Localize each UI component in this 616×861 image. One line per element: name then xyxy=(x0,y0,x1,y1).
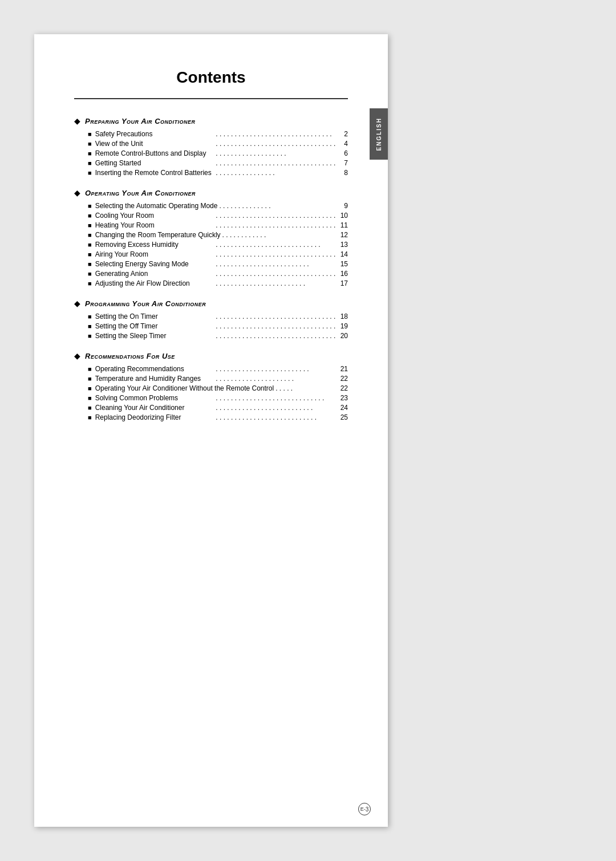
toc-page-number: 24 xyxy=(337,404,348,412)
toc-label: Setting the Off Timer xyxy=(95,322,214,330)
toc-dots: . . . . . . . . . . . . . . . . . . . . … xyxy=(214,365,337,373)
toc-bullet: ■ xyxy=(88,212,92,219)
toc-label: Getting Started xyxy=(95,159,214,167)
toc-page-number: 16 xyxy=(337,270,348,278)
toc-dots: . . . . . . . . . . . . . . . . . . . . … xyxy=(214,250,337,258)
toc-item: ■ Setting the Sleep Timer . . . . . . . … xyxy=(74,332,348,340)
table-of-contents: ◆ Preparing Your Air Conditioner ■ Safet… xyxy=(74,116,348,421)
toc-bullet: ■ xyxy=(88,404,92,411)
diamond-icon: ◆ xyxy=(74,188,80,197)
toc-dots: . . . . . . . . . . . . . . . . . . . . … xyxy=(214,159,337,167)
toc-page-number: 9 xyxy=(337,202,348,210)
toc-text-dots: Adjusting the Air Flow Direction . . . .… xyxy=(95,279,337,287)
toc-label: Airing Your Room xyxy=(95,250,214,258)
toc-page-number: 4 xyxy=(337,140,348,148)
toc-item: ■ View of the Unit . . . . . . . . . . .… xyxy=(74,140,348,148)
toc-bullet: ■ xyxy=(88,323,92,330)
section-title-recommendations: Recommendations For Use xyxy=(85,352,175,360)
toc-page-number: 17 xyxy=(337,279,348,287)
toc-dots: . . . . . . . . . . . . . . . . . . . . … xyxy=(214,241,337,249)
toc-bullet: ■ xyxy=(88,160,92,166)
toc-bullet: ■ xyxy=(88,385,92,392)
toc-label: Generating Anion xyxy=(95,270,214,278)
toc-text-dots: Replacing Deodorizing Filter . . . . . .… xyxy=(95,413,337,421)
toc-item: ■ Cleaning Your Air Conditioner . . . . … xyxy=(74,404,348,412)
language-tab: ENGLISH xyxy=(370,108,388,160)
toc-dots: . . . . . . . . . . . . . . . . . . . . … xyxy=(214,130,337,138)
toc-item: ■ Safety Precautions . . . . . . . . . .… xyxy=(74,130,348,138)
toc-item: ■ Selecting Energy Saving Mode . . . . .… xyxy=(74,260,348,268)
toc-bullet: ■ xyxy=(88,375,92,382)
toc-label: Cooling Your Room xyxy=(95,212,214,220)
toc-label: Changing the Room Temperature Quickly xyxy=(95,231,221,239)
page-num-value: 3 xyxy=(366,806,369,813)
toc-label: Remote Control-Buttons and Display xyxy=(95,149,214,157)
toc-page-number: 13 xyxy=(337,241,348,249)
toc-bullet: ■ xyxy=(88,414,92,421)
language-label: ENGLISH xyxy=(376,117,382,151)
toc-label: Replacing Deodorizing Filter xyxy=(95,413,214,421)
toc-text-dots: Inserting the Remote Control Batteries .… xyxy=(95,169,337,177)
toc-bullet: ■ xyxy=(88,280,92,287)
toc-dots: . . . . . . . . . . . . . . . . . . . . … xyxy=(214,260,337,268)
toc-dots: . . . . . . . . . . . . . . . . xyxy=(214,169,337,177)
toc-item: ■ Remote Control-Buttons and Display . .… xyxy=(74,149,348,157)
toc-text-dots: Solving Common Problems . . . . . . . . … xyxy=(95,394,337,402)
section-header-preparing: ◆ Preparing Your Air Conditioner xyxy=(74,116,348,125)
toc-page-number: 14 xyxy=(337,250,348,258)
toc-bullet: ■ xyxy=(88,241,92,248)
toc-dots: . . . . . . . . . . . . . . . . . . . . … xyxy=(214,394,337,402)
toc-item: ■ Replacing Deodorizing Filter . . . . .… xyxy=(74,413,348,421)
toc-text-dots: Selecting the Automatic Operating Mode .… xyxy=(95,202,337,210)
toc-bullet: ■ xyxy=(88,150,92,157)
toc-page-number: 21 xyxy=(337,365,348,373)
toc-text-dots: Removing Excess Humidity . . . . . . . .… xyxy=(95,241,337,249)
toc-text-dots: Cooling Your Room . . . . . . . . . . . … xyxy=(95,212,337,220)
toc-page-number: 18 xyxy=(337,312,348,320)
toc-dots: . . . . . xyxy=(274,384,337,392)
toc-bullet: ■ xyxy=(88,222,92,229)
toc-item: ■ Changing the Room Temperature Quickly … xyxy=(74,231,348,239)
toc-text-dots: Setting the Off Timer . . . . . . . . . … xyxy=(95,322,337,330)
toc-label: Selecting the Automatic Operating Mode xyxy=(95,202,218,210)
toc-text-dots: Airing Your Room . . . . . . . . . . . .… xyxy=(95,250,337,258)
toc-page-number: 8 xyxy=(337,169,348,177)
toc-page-number: 11 xyxy=(337,221,348,229)
section-header-operating: ◆ Operating Your Air Conditioner xyxy=(74,188,348,197)
toc-item: ■ Cooling Your Room . . . . . . . . . . … xyxy=(74,212,348,220)
diamond-icon: ◆ xyxy=(74,116,80,125)
toc-label: Inserting the Remote Control Batteries xyxy=(95,169,214,177)
toc-page-number: 19 xyxy=(337,322,348,330)
toc-bullet: ■ xyxy=(88,232,92,238)
toc-page-number: 15 xyxy=(337,260,348,268)
toc-label: Selecting Energy Saving Mode xyxy=(95,260,214,268)
toc-label: Operating Recommendations xyxy=(95,365,214,373)
toc-dots: . . . . . . . . . . . . . . . . . . . . … xyxy=(214,279,337,287)
toc-item: ■ Removing Excess Humidity . . . . . . .… xyxy=(74,241,348,249)
toc-page-number: 7 xyxy=(337,159,348,167)
toc-text-dots: Selecting Energy Saving Mode . . . . . .… xyxy=(95,260,337,268)
toc-bullet: ■ xyxy=(88,261,92,267)
toc-bullet: ■ xyxy=(88,332,92,339)
page-content: ENGLISH Contents ◆ Preparing Your Air Co… xyxy=(34,34,388,827)
toc-text-dots: Generating Anion . . . . . . . . . . . .… xyxy=(95,270,337,278)
toc-page-number: 12 xyxy=(337,231,348,239)
toc-text-dots: Operating Your Air Conditioner Without t… xyxy=(95,384,337,392)
toc-dots: . . . . . . . . . . . . . . xyxy=(217,202,337,210)
toc-text-dots: Changing the Room Temperature Quickly . … xyxy=(95,231,337,239)
toc-bullet: ■ xyxy=(88,131,92,137)
toc-dots: . . . . . . . . . . . . . . . . . . . xyxy=(214,149,337,157)
toc-text-dots: Remote Control-Buttons and Display . . .… xyxy=(95,149,337,157)
toc-label: Setting the Sleep Timer xyxy=(95,332,214,340)
toc-bullet: ■ xyxy=(88,395,92,401)
toc-text-dots: Safety Precautions . . . . . . . . . . .… xyxy=(95,130,337,138)
toc-label: Heating Your Room xyxy=(95,221,214,229)
toc-page-number: 10 xyxy=(337,212,348,220)
toc-text-dots: View of the Unit . . . . . . . . . . . .… xyxy=(95,140,337,148)
toc-page-number: 22 xyxy=(337,375,348,383)
toc-bullet: ■ xyxy=(88,313,92,320)
toc-dots: . . . . . . . . . . . . . . . . . . . . … xyxy=(214,413,337,421)
main-content: Contents ◆ Preparing Your Air Conditione… xyxy=(34,34,388,457)
toc-page-number: 2 xyxy=(337,130,348,138)
toc-page-number: 25 xyxy=(337,413,348,421)
